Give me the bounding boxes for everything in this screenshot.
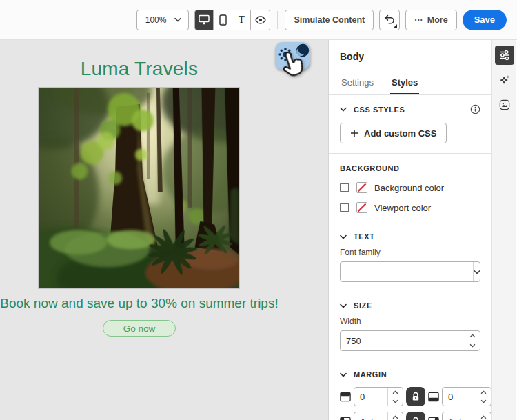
panel-tabs: Settings Styles [340,77,480,94]
stepper-buttons [476,388,491,406]
step-up-button[interactable] [476,412,491,420]
width-stepper-buttons [465,331,480,350]
step-up-button[interactable] [465,331,480,341]
width-stepper [340,330,480,351]
zoom-level-value: 100% [145,15,167,25]
properties-panel: Body Settings Styles CSS STYLES [329,40,491,420]
email-heading[interactable]: Luma Travels [0,58,278,80]
chevron-down-icon [340,107,347,112]
width-input[interactable] [341,331,465,350]
margin-top-input[interactable] [354,388,387,406]
chevron-down-icon [174,17,181,22]
chevron-down-icon [340,303,347,308]
font-family-label: Font family [340,248,480,257]
desktop-icon [199,14,210,25]
forest-image-art [39,88,239,288]
email-designer-app: 100% T [0,0,517,420]
lock-icon [412,392,420,401]
viewport-color-row[interactable]: Viewport color [340,202,480,213]
no-color-swatch-icon[interactable] [356,202,367,213]
margin-grid [340,387,480,420]
margin-right-icon [428,417,439,420]
margin-top-icon [340,392,351,402]
more-label: More [427,15,448,25]
promo-text[interactable]: Book now and save up to 30% on summer tr… [0,296,278,311]
margin-bottom-field [442,387,491,406]
eye-icon [255,16,266,24]
info-icon[interactable] [470,104,480,114]
email-canvas[interactable]: Luma Travels [0,40,329,420]
margin-left-field [354,412,403,420]
step-down-button[interactable] [476,397,491,406]
sparkle-icon [498,74,511,86]
chevron-down-icon [340,372,347,377]
step-down-button[interactable] [465,341,480,350]
mobile-preview-button[interactable] [214,10,232,30]
panel-title: Body [340,51,480,62]
zoom-level-dropdown[interactable]: 100% [136,10,190,30]
margin-bottom-input[interactable] [443,388,476,406]
margin-section-header[interactable]: MARGIN [340,370,480,379]
step-up-button[interactable] [388,388,403,397]
right-rail [491,40,516,420]
desktop-preview-button[interactable] [195,10,214,30]
go-now-button[interactable]: Go now [103,320,176,337]
margin-right-field [442,412,491,420]
asset-badge-icon [498,99,511,111]
step-up-button[interactable] [388,412,403,420]
ai-assistant-rail-button[interactable] [495,70,514,90]
preview-mode-group: T [194,10,270,30]
size-section-header[interactable]: SIZE [340,301,480,310]
simulate-content-button[interactable]: Simulate Content [285,10,374,30]
preview-eye-button[interactable] [251,10,270,30]
add-custom-css-button[interactable]: Add custom CSS [340,123,447,143]
mobile-icon [219,14,227,26]
lock-horizontal-margins-button[interactable] [406,412,425,420]
step-up-button[interactable] [476,388,491,397]
save-button[interactable]: Save [463,10,507,30]
text-preview-button[interactable]: T [232,10,251,30]
text-mode-icon: T [239,14,245,26]
margin-left-icon [340,417,351,420]
css-styles-header[interactable]: CSS STYLES [340,104,480,114]
section-text: TEXT Font family [329,223,491,292]
text-label: TEXT [354,232,375,241]
more-button[interactable]: ··· More [405,10,456,30]
margin-label: MARGIN [354,370,387,379]
chevron-down-icon[interactable] [473,262,480,281]
section-css-styles: CSS STYLES Add custom CSS [329,95,491,154]
css-styles-label: CSS STYLES [354,106,405,114]
undo-button[interactable] [379,10,400,30]
tab-settings[interactable]: Settings [340,77,375,94]
tab-styles[interactable]: Styles [390,77,419,94]
panel-header: Body Settings Styles [329,40,491,95]
font-family-select[interactable] [340,261,480,282]
step-down-button[interactable] [388,397,403,406]
viewport-color-checkbox[interactable] [340,203,349,212]
text-section-header[interactable]: TEXT [340,232,480,241]
margin-right-input[interactable] [443,412,476,420]
font-family-input[interactable] [341,262,473,281]
lock-vertical-margins-button[interactable] [406,387,425,406]
stepper-buttons [387,388,403,406]
main-area: Luma Travels [0,40,517,420]
section-background: BACKGROUND Background color Viewport col… [329,154,491,223]
background-label: BACKGROUND [340,164,400,172]
margin-top-field [354,387,403,406]
chevron-down-icon [340,234,347,239]
stepper-buttons [476,412,491,420]
background-color-checkbox[interactable] [340,183,349,192]
top-toolbar: 100% T [0,0,517,40]
margin-bottom-icon [428,392,439,402]
plus-icon [350,129,358,137]
properties-rail-button[interactable] [495,46,514,65]
assets-rail-button[interactable] [495,95,514,114]
sliders-icon [498,49,511,61]
no-color-swatch-icon[interactable] [356,182,367,193]
width-label: Width [340,317,480,326]
margin-left-input[interactable] [354,412,387,420]
forest-image[interactable] [38,87,240,289]
more-dots-icon: ··· [414,15,423,25]
background-color-row[interactable]: Background color [340,182,480,193]
undo-menu-corner [394,24,397,28]
